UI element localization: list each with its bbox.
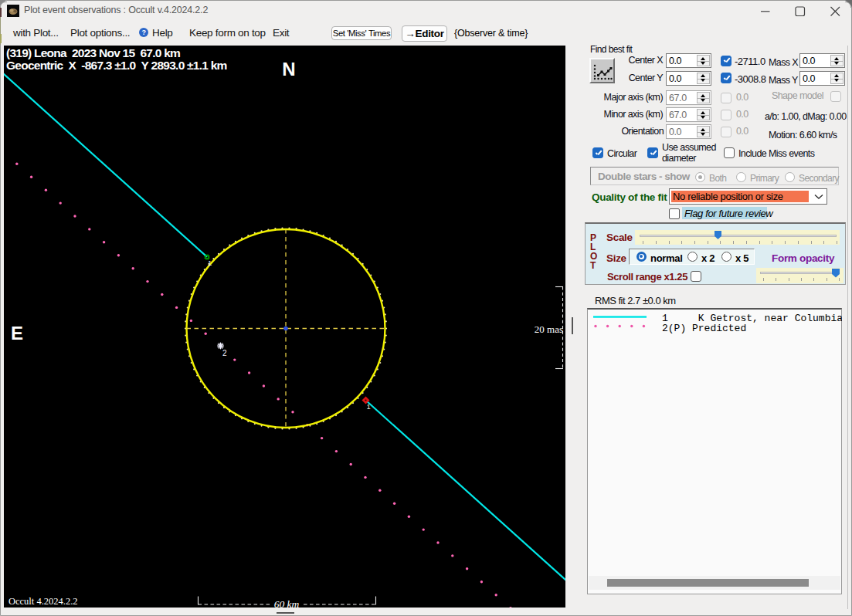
svg-text:20 mas: 20 mas: [535, 323, 563, 335]
svg-text:Occult 4.2024.2.2: Occult 4.2024.2.2: [8, 596, 78, 607]
svg-text:1: 1: [367, 402, 371, 411]
svg-text:N: N: [282, 59, 295, 80]
svg-text:(319) Leona 2023 Nov 15 67.0: (319) Leona 2023 Nov 15 67.0 km: [6, 46, 180, 59]
svg-text:E: E: [11, 323, 23, 344]
svg-text:2: 2: [222, 349, 227, 357]
svg-text:2(P) Predicted: 2(P) Predicted: [662, 323, 746, 334]
svg-text:60 km: 60 km: [274, 598, 300, 610]
svg-text:1: 1: [208, 259, 212, 267]
svg-text:Geocentric X -867.3 ±1.0 Y: Geocentric X -867.3 ±1.0 Y 2893.0 ±1.1 k…: [6, 59, 227, 72]
